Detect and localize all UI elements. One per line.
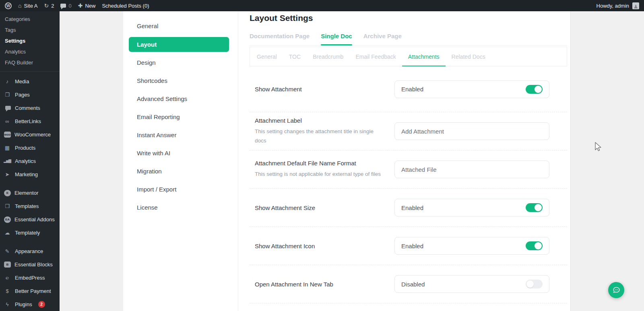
settings-nav-instant-answer[interactable]: Instant Answer: [123, 126, 238, 144]
settings-nav-write-with-ai[interactable]: Write with AI: [123, 144, 238, 162]
sidebar-item-pages[interactable]: ❐ Pages: [0, 88, 60, 101]
media-icon: ♪: [3, 79, 11, 84]
sidebar-item-embedpress[interactable]: ℮ EmbedPress: [0, 271, 60, 284]
plug-icon: ϟ: [3, 302, 11, 307]
sidebar-item-categories[interactable]: Categories: [0, 14, 60, 25]
sidebar-item-templates[interactable]: ❒ Templates: [0, 200, 60, 213]
wp-admin-sidebar: Categories Tags Settings Analytics FAQ B…: [0, 11, 60, 311]
comments-bubble-icon: [3, 105, 11, 111]
settings-nav-advanced-settings[interactable]: Advanced Settings: [123, 90, 238, 108]
essential-blocks-icon: B: [4, 262, 11, 268]
sidebar-item-tags[interactable]: Tags: [0, 25, 60, 35]
subtab-related-docs[interactable]: Related Docs: [446, 47, 491, 66]
woocommerce-icon: woo: [4, 132, 11, 138]
attachment-filename-input[interactable]: [394, 161, 549, 178]
howdy-account-menu[interactable]: Howdy, admin: [597, 3, 629, 9]
comments-icon: [60, 4, 66, 8]
sidebar-item-plugins[interactable]: ϟ Plugins 2: [0, 298, 60, 311]
comments-count: 0: [68, 3, 71, 9]
toggle-switch[interactable]: [526, 203, 543, 212]
subtab-attachments[interactable]: Attachments: [402, 47, 446, 66]
setting-row-open-attachment-new-tab: Open Attachment In New Tab Disabled: [250, 265, 567, 303]
subtab-general[interactable]: General: [251, 47, 283, 66]
sidebar-item-label: Pages: [15, 92, 30, 98]
settings-nav-layout[interactable]: Layout: [129, 37, 229, 52]
sidebar-item-faq-builder[interactable]: FAQ Builder: [0, 57, 60, 68]
site-menu[interactable]: ⌂ Site A: [18, 3, 37, 9]
subtab-toc[interactable]: TOC: [283, 47, 307, 66]
bar-chart-icon: ▂▅▇: [3, 159, 11, 163]
sidebar-item-label: Marketing: [15, 171, 38, 177]
setting-label: Show Attachment Icon: [255, 243, 382, 249]
sidebar-item-label: Plugins: [15, 301, 32, 307]
toggle-switch[interactable]: [526, 85, 543, 94]
sidebar-item-label: BetterLinks: [15, 118, 41, 124]
scheduled-posts-menu[interactable]: Scheduled Posts (0): [102, 3, 149, 9]
tab-single-doc[interactable]: Single Doc: [321, 33, 352, 45]
folder-icon: ❒: [3, 204, 11, 209]
sidebar-item-settings[interactable]: Settings: [0, 35, 60, 46]
toggle-switch[interactable]: [526, 241, 543, 250]
subtab-email-feedback[interactable]: Email Feedback: [349, 47, 402, 66]
avatar[interactable]: ♟: [632, 2, 639, 9]
settings-rows: Show Attachment Enabled Attachment Label…: [250, 66, 567, 303]
products-icon: ▦: [3, 145, 11, 150]
sidebar-item-label: Media: [15, 78, 29, 84]
sidebar-group-gap: [0, 181, 60, 186]
settings-nav-license[interactable]: License: [123, 198, 238, 216]
settings-nav-migration[interactable]: Migration: [123, 162, 238, 180]
setting-label: Show Attachment Size: [255, 204, 382, 211]
attachment-label-input[interactable]: [394, 122, 549, 140]
setting-description: This setting is not applicable for exter…: [255, 170, 382, 179]
embedpress-icon: ℮: [3, 275, 11, 280]
sidebar-item-marketing[interactable]: ➤ Marketing: [0, 168, 60, 181]
toggle-field: Disabled: [394, 275, 549, 293]
settings-nav-design[interactable]: Design: [123, 54, 238, 72]
mouse-cursor: [594, 142, 603, 154]
sidebar-item-betterlinks[interactable]: ∞ BetterLinks: [0, 115, 60, 128]
wordpress-logo-menu[interactable]: W: [5, 2, 12, 9]
setting-label: Show Attachment: [255, 86, 382, 93]
sidebar-item-media[interactable]: ♪ Media: [0, 75, 60, 88]
sidebar-item-products[interactable]: ▦ Products: [0, 141, 60, 154]
megaphone-icon: ➤: [3, 172, 11, 177]
plugins-update-badge: 2: [38, 301, 45, 308]
scheduled-posts-label: Scheduled Posts (0): [102, 3, 149, 9]
toggle-field: Enabled: [394, 237, 549, 255]
tab-documentation-page[interactable]: Documentation Page: [250, 33, 310, 45]
setting-row-attachment-filename-format: Attachment Default File Name Format This…: [250, 150, 567, 189]
sidebar-item-woocommerce[interactable]: woo WooCommerce: [0, 128, 60, 141]
sidebar-item-comments[interactable]: Comments: [0, 101, 60, 115]
site-name: Site A: [24, 3, 37, 9]
settings-nav-shortcodes[interactable]: Shortcodes: [123, 72, 238, 90]
setting-label: Attachment Default File Name Format: [255, 160, 382, 167]
setting-row-show-attachment-icon: Show Attachment Icon Enabled: [250, 227, 567, 265]
sidebar-item-label: Essential Addons: [14, 216, 55, 222]
subtab-breadcrumb[interactable]: Breadcrumb: [307, 47, 349, 66]
sidebar-item-better-payment[interactable]: $ Better Payment: [0, 284, 60, 298]
settings-nav-import-export[interactable]: Import / Export: [123, 180, 238, 198]
tab-archive-page[interactable]: Archive Page: [363, 33, 402, 45]
betterdocs-settings-panel: General Layout Design Shortcodes Advance…: [123, 11, 571, 311]
comments-menu[interactable]: 0: [60, 3, 71, 9]
toggle-switch[interactable]: [526, 280, 543, 288]
chat-widget-button[interactable]: [608, 282, 624, 298]
settings-nav-general[interactable]: General: [123, 17, 238, 35]
brush-icon: ✎: [3, 249, 11, 254]
layout-settings-main: Layout Settings Documentation Page Singl…: [238, 11, 570, 311]
settings-nav-email-reporting[interactable]: Email Reporting: [123, 108, 238, 126]
cloud-icon: ☁: [3, 230, 11, 235]
sidebar-item-elementor[interactable]: E Elementor: [0, 186, 60, 200]
home-icon: ⌂: [18, 3, 21, 8]
payment-icon: $: [3, 288, 11, 294]
sidebar-item-essential-blocks[interactable]: B Essential Blocks: [0, 258, 60, 271]
new-menu[interactable]: ✚ New: [78, 3, 96, 9]
updates-menu[interactable]: ↻ 2: [44, 3, 54, 9]
sidebar-item-essential-addons[interactable]: EA Essential Addons: [0, 213, 60, 226]
updates-count: 2: [51, 3, 54, 9]
sidebar-item-appearance[interactable]: ✎ Appearance: [0, 245, 60, 258]
sidebar-item-analytics[interactable]: ▂▅▇ Analytics: [0, 154, 60, 168]
sidebar-item-templately[interactable]: ☁ Templately: [0, 226, 60, 239]
setting-label: Open Attachment In New Tab: [255, 281, 382, 288]
sidebar-item-analytics-sub[interactable]: Analytics: [0, 46, 60, 57]
